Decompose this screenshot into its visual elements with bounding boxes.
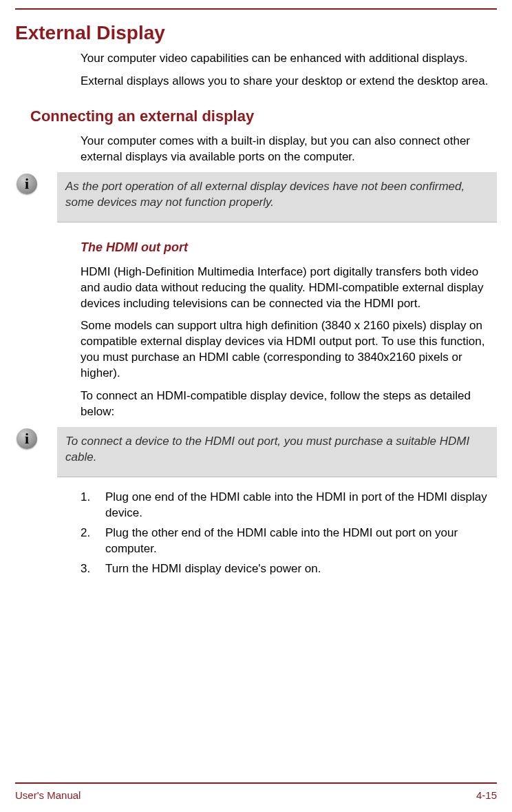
connect-para-1: Your computer comes with a built-in disp… [81, 134, 489, 165]
steps-list: 1.Plug one end of the HDMI cable into th… [81, 490, 489, 577]
hdmi-para-3: To connect an HDMI-compatible display de… [81, 388, 489, 420]
info-icon: i [15, 427, 39, 452]
hdmi-para-1: HDMI (High-Definition Multimedia Interfa… [81, 264, 489, 312]
page-title: External Display [15, 22, 497, 44]
step-text: Plug one end of the HDMI cable into the … [105, 490, 489, 521]
subheading-hdmi: The HDMI out port [81, 240, 497, 255]
step-number: 1. [81, 490, 105, 521]
step-text: Plug the other end of the HDMI cable int… [105, 525, 489, 557]
step-item: 1.Plug one end of the HDMI cable into th… [81, 490, 489, 521]
info-icon-glyph: i [17, 428, 37, 449]
step-item: 2.Plug the other end of the HDMI cable i… [81, 525, 489, 557]
step-item: 3.Turn the HDMI display device's power o… [81, 561, 489, 577]
note-callout-2: i To connect a device to the HDMI out po… [15, 427, 497, 477]
footer-left: User's Manual [15, 789, 81, 801]
step-number: 2. [81, 525, 105, 557]
footer-right: 4-15 [476, 789, 497, 801]
page-content: External Display Your computer video cap… [0, 22, 512, 577]
page-footer: User's Manual 4-15 [15, 782, 497, 801]
section-body: Your computer comes with a built-in disp… [81, 134, 489, 165]
note-text-2: To connect a device to the HDMI out port… [57, 427, 497, 477]
info-icon-glyph: i [17, 174, 37, 194]
intro-para-2: External displays allows you to share yo… [81, 74, 489, 90]
hdmi-para-2: Some models can support ultra high defin… [81, 318, 489, 382]
note-callout-1: i As the port operation of all external … [15, 172, 497, 222]
info-icon: i [15, 172, 39, 197]
note-text-1: As the port operation of all external di… [57, 172, 497, 222]
intro-block: Your computer video capabilities can be … [81, 51, 489, 90]
step-text: Turn the HDMI display device's power on. [105, 561, 489, 577]
hdmi-body: HDMI (High-Definition Multimedia Interfa… [81, 264, 489, 420]
top-rule [15, 8, 497, 10]
step-number: 3. [81, 561, 105, 577]
intro-para-1: Your computer video capabilities can be … [81, 51, 489, 67]
section-heading-connecting: Connecting an external display [30, 107, 497, 125]
